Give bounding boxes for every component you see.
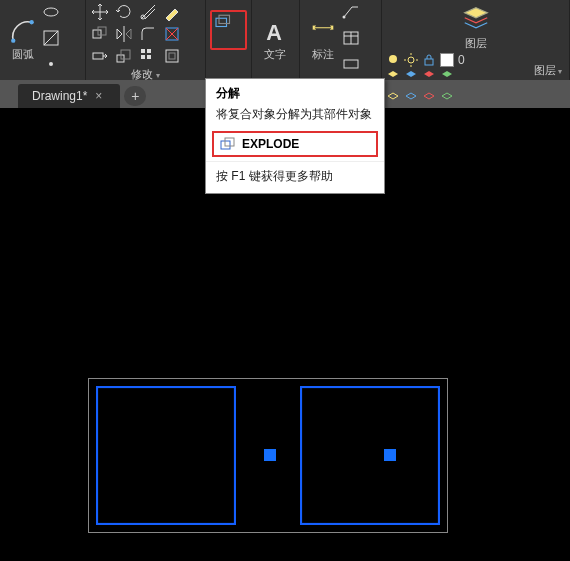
tooltip-title: 分解 — [206, 79, 384, 104]
svg-text:A: A — [266, 19, 282, 44]
group-modify: 修改 — [86, 0, 206, 80]
explode-cmd-icon — [220, 136, 236, 152]
selection-grip[interactable] — [384, 449, 396, 461]
layer-iso-tool[interactable] — [440, 69, 454, 87]
svg-point-2 — [44, 8, 58, 16]
layers-stack-icon — [461, 4, 491, 34]
new-tab-button[interactable]: + — [124, 86, 146, 106]
rectangle-object-2[interactable] — [300, 386, 440, 525]
svg-rect-19 — [166, 50, 178, 62]
annotate-label: 标注 — [312, 47, 334, 62]
layer-label: 图层 — [465, 36, 487, 51]
layer-merge-tool[interactable] — [422, 89, 436, 107]
svg-rect-7 — [93, 30, 101, 38]
ellipse-tool[interactable] — [42, 3, 62, 25]
svg-rect-21 — [216, 18, 227, 26]
svg-rect-8 — [98, 27, 106, 35]
svg-point-1 — [30, 20, 34, 24]
fillet-tool[interactable] — [138, 24, 158, 44]
svg-rect-18 — [147, 55, 151, 59]
tooltip-command-row: EXPLODE — [212, 131, 378, 157]
arc-icon — [10, 19, 36, 45]
selection-grip[interactable] — [264, 449, 276, 461]
layers-dropdown-label[interactable]: 图层 — [534, 62, 562, 79]
hatch-tool[interactable] — [42, 29, 62, 51]
svg-rect-16 — [147, 49, 151, 53]
modify-label[interactable]: 修改 — [90, 66, 201, 83]
layer-delete-tool[interactable] — [440, 89, 454, 107]
group-annotate: 标注 — [300, 0, 382, 80]
layer-color-swatch[interactable] — [440, 53, 454, 67]
stretch-tool[interactable] — [90, 46, 110, 66]
arc-button[interactable]: 圆弧 — [4, 17, 42, 64]
svg-rect-28 — [344, 60, 358, 68]
document-tab-drawing1[interactable]: Drawing1* × — [18, 84, 120, 108]
explode-button[interactable] — [213, 13, 247, 47]
scale-tool[interactable] — [114, 46, 134, 66]
layer-name: 0 — [458, 53, 465, 67]
document-tab-label: Drawing1* — [32, 89, 87, 103]
trim-tool[interactable] — [138, 2, 158, 22]
svg-rect-15 — [141, 49, 145, 53]
group-explode — [206, 0, 252, 80]
text-button[interactable]: A 文字 — [256, 17, 294, 64]
layer-off-tool[interactable] — [386, 69, 400, 87]
erase-tool[interactable] — [162, 2, 182, 22]
explode-tooltip: 分解 将复合对象分解为其部件对象 EXPLODE 按 F1 键获得更多帮助 — [205, 78, 385, 194]
svg-point-0 — [11, 38, 15, 42]
mirror-tool[interactable] — [114, 24, 134, 44]
svg-point-29 — [389, 55, 397, 63]
arc-label: 圆弧 — [12, 47, 34, 62]
layer-freeze-tool[interactable] — [404, 69, 418, 87]
table-tool[interactable] — [342, 29, 362, 51]
dimension-icon — [310, 19, 336, 45]
svg-rect-35 — [425, 59, 433, 65]
layer-prev-tool[interactable] — [404, 89, 418, 107]
offset-tool[interactable] — [162, 46, 182, 66]
leader-tool[interactable] — [342, 3, 362, 25]
group-text: A 文字 — [252, 0, 300, 80]
text-label: 文字 — [264, 47, 286, 62]
svg-rect-20 — [169, 53, 175, 59]
svg-rect-12 — [93, 53, 103, 59]
svg-rect-17 — [141, 55, 145, 59]
svg-line-4 — [44, 31, 58, 45]
group-arc: 圆弧 — [0, 0, 86, 80]
point-tool[interactable] — [42, 55, 62, 77]
close-icon[interactable]: × — [95, 89, 102, 103]
layer-properties-button[interactable]: 图层 — [455, 2, 497, 53]
layer-lock-tool[interactable] — [422, 69, 436, 87]
dimension-button[interactable]: 标注 — [304, 17, 342, 64]
text-field-tool[interactable] — [342, 55, 362, 77]
tooltip-command: EXPLODE — [242, 137, 299, 151]
svg-rect-22 — [219, 15, 230, 23]
tooltip-desc: 将复合对象分解为其部件对象 — [206, 104, 384, 129]
rotate-tool[interactable] — [114, 2, 134, 22]
move-tool[interactable] — [90, 2, 110, 22]
svg-point-30 — [408, 57, 414, 63]
delete-tool[interactable] — [162, 24, 182, 44]
copy-tool[interactable] — [90, 24, 110, 44]
sun-icon — [404, 53, 418, 67]
svg-point-24 — [343, 16, 346, 19]
array-tool[interactable] — [138, 46, 158, 66]
explode-highlight — [210, 10, 247, 50]
ribbon: 圆弧 — [0, 0, 570, 80]
lock-icon — [422, 53, 436, 67]
tooltip-help: 按 F1 键获得更多帮助 — [206, 161, 384, 193]
layer-match-tool[interactable] — [386, 89, 400, 107]
bulb-on-icon — [386, 53, 400, 67]
text-a-icon: A — [262, 19, 288, 45]
group-layers: 图层 0 图层 — [382, 0, 570, 80]
rectangle-object-1[interactable] — [96, 386, 236, 525]
svg-point-5 — [49, 62, 53, 66]
